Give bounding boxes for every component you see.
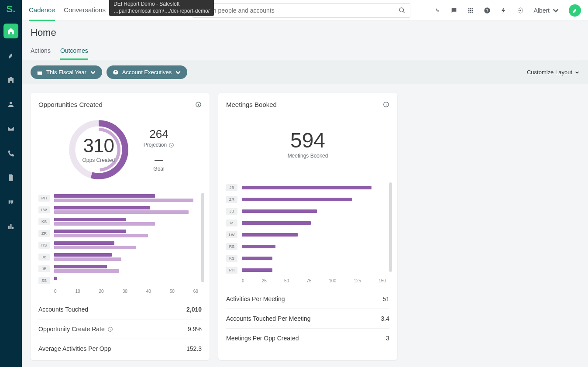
goal-value: — (155, 155, 163, 165)
axis-tick: 150 (378, 278, 386, 283)
mail-icon (7, 125, 15, 133)
goal-label: Goal (153, 166, 164, 172)
chart-bar-row: RS (38, 239, 198, 251)
info-icon[interactable] (168, 142, 174, 148)
chart-scrollbar[interactable] (201, 193, 204, 282)
bar-label: ZR (226, 196, 237, 203)
stat-value: 2,010 (186, 306, 202, 313)
chevron-down-icon (575, 70, 579, 75)
bar-label: ZR (38, 230, 50, 237)
axis-tick: 60 (193, 289, 198, 294)
chart-bar-row: SS (38, 274, 198, 286)
nav-quotes[interactable] (3, 195, 18, 209)
card-title: Meetings Booked (226, 101, 277, 108)
meetings-stats: Activities Per Meeting 51 Accounts Touch… (218, 287, 397, 350)
info-icon[interactable] (383, 101, 389, 108)
nav-home[interactable] (3, 24, 18, 38)
stat-label: Activities Per Meeting (226, 295, 285, 302)
chart-bar-row: PH (38, 192, 198, 204)
stat-label: Accounts Touched (38, 306, 88, 313)
axis-tick: 75 (306, 278, 311, 283)
search-box[interactable] (192, 3, 410, 18)
stat-row: Meetings Per Opp Created 3 (226, 328, 389, 348)
customize-layout-button[interactable]: Customize Layout (527, 69, 579, 75)
card-title: Opportunities Created (38, 101, 103, 108)
axis-tick: 0 (242, 278, 244, 283)
nav-templates[interactable] (3, 170, 18, 185)
subtab-actions[interactable]: Actions (31, 45, 51, 60)
axis-tick: 125 (354, 278, 361, 283)
axis-tick: 100 (329, 278, 337, 283)
quote-icon (7, 198, 15, 206)
stat-label: Meetings Per Opp Created (226, 335, 299, 342)
bar-label: LW (38, 206, 50, 213)
nav-people[interactable] (3, 97, 18, 112)
filter-period[interactable]: This Fiscal Year (31, 65, 102, 79)
filter-role[interactable]: Account Executives (107, 65, 187, 79)
opps-projection: 264 Projection — Goal (144, 127, 174, 172)
user-circle-icon (113, 69, 119, 75)
info-icon[interactable] (107, 326, 113, 332)
activity-icon[interactable] (434, 7, 441, 14)
axis-tick: 50 (170, 289, 175, 294)
svg-rect-3 (38, 70, 42, 74)
chevron-down-icon (90, 69, 96, 75)
chart-bar-row: JB (38, 251, 198, 263)
avatar[interactable] (569, 4, 581, 17)
apps-grid-icon[interactable] (467, 7, 474, 14)
bolt-icon[interactable] (500, 7, 507, 14)
bar-label: RS (38, 242, 50, 249)
chart-bar-row: ZR (38, 227, 198, 239)
bar-label: PH (38, 195, 50, 202)
stat-row: Accounts Touched Per Meeting 3.4 (226, 309, 389, 328)
page-header: Home Actions Outcomes (22, 21, 588, 60)
stat-row: Accounts Touched 2,010 (38, 300, 202, 319)
user-menu[interactable]: Albert (533, 7, 559, 14)
bar-label: JB (226, 184, 237, 191)
bar-label: PH (226, 267, 237, 274)
axis-tick: 0 (54, 289, 57, 294)
stat-label: Opportunity Create Rate (38, 326, 105, 333)
cards-grid: Opportunities Created 310 Opps Created (22, 84, 588, 367)
meetings-bar-chart: JB ZR JB M LW RS KS (218, 177, 397, 287)
chart-scrollbar[interactable] (389, 182, 392, 272)
stat-row: Activities Per Meeting 51 (226, 289, 389, 309)
opps-hero-label: Opps Created (82, 157, 115, 163)
bar-label: RS (226, 243, 237, 250)
subtab-outcomes[interactable]: Outcomes (60, 45, 88, 60)
chart-bar-row: KS (226, 252, 386, 264)
svg-text:?: ? (486, 8, 488, 13)
search-input[interactable] (197, 7, 399, 14)
stat-label: Accounts Touched Per Meeting (226, 315, 311, 322)
bar-label: LW (226, 231, 237, 238)
chart-bar-row: RS (226, 240, 386, 252)
rocket-icon (571, 7, 578, 14)
settings-icon[interactable] (517, 7, 524, 14)
nav-analytics[interactable] (3, 219, 18, 234)
stat-row: Average Activities Per Opp 152.3 (38, 339, 202, 358)
axis-tick: 50 (284, 278, 289, 283)
tab-conversations[interactable]: Conversations (64, 0, 106, 21)
person-icon (7, 100, 15, 108)
tab-cadence[interactable]: Cadence (29, 0, 55, 21)
axis-tick: 30 (123, 289, 127, 294)
page-scroll[interactable]: Home Actions Outcomes This Fiscal Year A… (22, 21, 588, 367)
top-bar: Cadence Conversations Deals ? Albert (22, 0, 588, 21)
axis-tick: 25 (262, 278, 267, 283)
projection-value: 264 (149, 127, 168, 141)
filter-period-label: This Fiscal Year (46, 69, 86, 75)
stat-value: 51 (382, 295, 389, 302)
nav-launch[interactable] (3, 48, 18, 63)
nav-email[interactable] (3, 121, 18, 136)
bar-label: JB (38, 254, 50, 261)
help-icon[interactable]: ? (484, 7, 491, 14)
nav-calls[interactable] (3, 146, 18, 161)
chart-bar-row: JB (226, 205, 386, 217)
chat-icon[interactable] (450, 7, 457, 14)
search-icon (399, 7, 406, 14)
info-icon[interactable] (195, 101, 202, 108)
nav-accounts[interactable] (3, 72, 18, 87)
card-meetings-booked: Meetings Booked 594 Meetings Booked JB Z… (218, 93, 397, 360)
opps-bar-chart: PH LW KS ZR RS (31, 188, 210, 297)
axis-tick: 40 (146, 289, 151, 294)
